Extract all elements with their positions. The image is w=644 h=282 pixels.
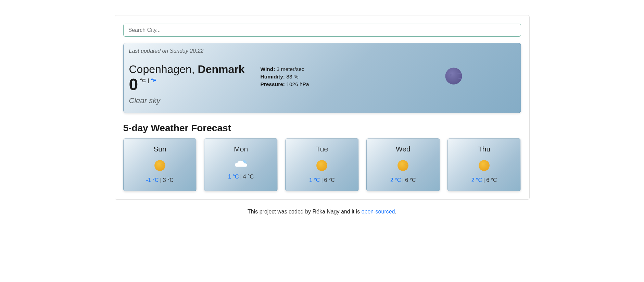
pressure-row: Pressure: 1026 hPa <box>261 81 384 87</box>
svg-point-8 <box>317 160 328 171</box>
forecast-day: Tue1 °C|6 °C <box>285 138 359 191</box>
search-input[interactable] <box>123 24 521 37</box>
unit-separator: | <box>148 78 149 83</box>
svg-rect-5 <box>161 164 165 165</box>
unit-toggle: °C | °F <box>140 78 156 83</box>
current-icon-area <box>392 48 515 105</box>
svg-rect-9 <box>323 164 327 165</box>
svg-rect-12 <box>404 164 408 165</box>
forecast-day-name: Tue <box>288 145 356 153</box>
svg-point-4 <box>154 160 165 171</box>
forecast-day-name: Sun <box>126 145 194 153</box>
temp-separator: | <box>240 174 242 180</box>
current-details: Wind: 3 meter/sec Humidity: 83 % Pressur… <box>261 48 384 105</box>
unit-fahrenheit[interactable]: °F <box>151 78 156 83</box>
forecast-low: 2 °C <box>471 177 482 183</box>
forecast-day-temps: 1 °C|4 °C <box>207 174 275 180</box>
sun-icon <box>369 159 437 172</box>
sun-icon <box>451 159 518 172</box>
moon-icon <box>444 66 463 87</box>
footer-prefix: This project was coded by Réka Nagy and … <box>248 209 362 214</box>
pressure-value: 1026 hPa <box>286 81 309 87</box>
weather-condition: Clear sky <box>129 96 252 105</box>
forecast-high: 6 °C <box>405 177 416 183</box>
svg-rect-2 <box>458 78 462 79</box>
unit-celsius[interactable]: °C <box>140 78 146 83</box>
forecast-day: Thu2 °C|6 °C <box>447 138 521 191</box>
temperature-value: 0 <box>129 76 138 93</box>
forecast-high: 6 °C <box>486 177 497 183</box>
weather-app: Last updated on Sunday 20:22 Copenhagen,… <box>115 15 530 200</box>
wind-row: Wind: 3 meter/sec <box>261 66 384 72</box>
svg-point-11 <box>397 160 408 171</box>
forecast-high: 6 °C <box>324 177 335 183</box>
forecast-low: 2 °C <box>390 177 401 183</box>
open-source-link[interactable]: open-sourced <box>362 209 395 214</box>
city-name: Copenhagen, <box>129 63 195 75</box>
cloud-icon <box>207 159 275 169</box>
sun-icon <box>126 159 194 172</box>
svg-rect-13 <box>405 167 408 168</box>
svg-rect-15 <box>485 164 489 165</box>
forecast-high: 4 °C <box>243 174 254 180</box>
pressure-label: Pressure: <box>261 81 285 87</box>
footer: This project was coded by Réka Nagy and … <box>0 209 644 215</box>
svg-point-14 <box>479 160 490 171</box>
forecast-high: 3 °C <box>163 177 174 183</box>
sun-icon <box>288 159 356 172</box>
forecast-day-name: Wed <box>369 145 437 153</box>
svg-rect-16 <box>486 167 489 168</box>
forecast-low: 1 °C <box>228 174 239 180</box>
forecast-low: 1 °C <box>309 177 320 183</box>
humidity-value: 83 % <box>286 74 298 79</box>
forecast-day-temps: 2 °C|6 °C <box>451 177 518 183</box>
current-weather-card: Last updated on Sunday 20:22 Copenhagen,… <box>123 43 521 113</box>
humidity-label: Humidity: <box>261 74 285 79</box>
humidity-row: Humidity: 83 % <box>261 74 384 80</box>
current-left-column: Last updated on Sunday 20:22 Copenhagen,… <box>129 48 252 105</box>
svg-point-3 <box>450 74 451 75</box>
temp-separator: | <box>483 177 485 183</box>
forecast-day: Mon1 °C|4 °C <box>204 138 278 191</box>
forecast-low: -1 °C <box>146 177 159 183</box>
forecast-day-name: Mon <box>207 145 275 153</box>
wind-label: Wind: <box>261 66 275 72</box>
forecast-day-temps: 1 °C|6 °C <box>288 177 356 183</box>
svg-rect-1 <box>457 73 461 74</box>
forecast-title: 5-day Weather Forecast <box>123 123 521 134</box>
forecast-day-temps: -1 °C|3 °C <box>126 177 194 183</box>
svg-point-0 <box>445 68 462 84</box>
svg-rect-6 <box>162 167 165 168</box>
svg-rect-10 <box>324 167 327 168</box>
forecast-day: Sun-1 °C|3 °C <box>123 138 197 191</box>
wind-value: 3 meter/sec <box>277 66 304 72</box>
temperature-row: 0 °C | °F <box>129 76 252 93</box>
city-country: Copenhagen, Denmark <box>129 63 252 76</box>
forecast-day: Wed2 °C|6 °C <box>366 138 440 191</box>
footer-suffix: . <box>395 209 396 214</box>
temp-separator: | <box>402 177 404 183</box>
forecast-grid: Sun-1 °C|3 °CMon1 °C|4 °CTue1 °C|6 °CWed… <box>123 138 521 191</box>
temp-separator: | <box>321 177 323 183</box>
temp-separator: | <box>160 177 161 183</box>
last-updated: Last updated on Sunday 20:22 <box>129 48 252 54</box>
forecast-day-name: Thu <box>451 145 518 153</box>
forecast-day-temps: 2 °C|6 °C <box>369 177 437 183</box>
country-name: Denmark <box>198 63 245 75</box>
